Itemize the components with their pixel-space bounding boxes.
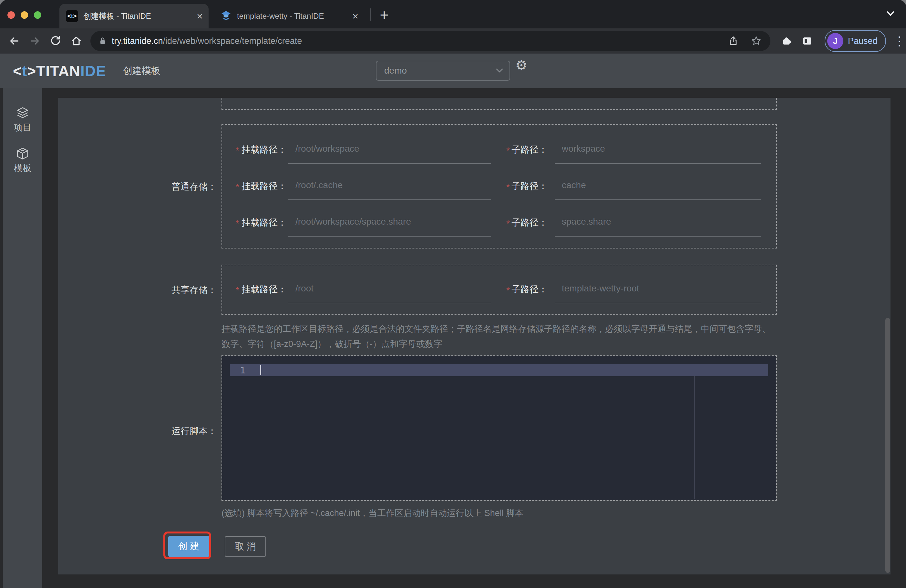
mount-path-label: 挂载路径：	[241, 144, 287, 155]
share-icon[interactable]	[728, 35, 739, 46]
storage-row: * 挂载路径： * 子路径：	[222, 274, 777, 304]
storage-row: * 挂载路径： * 子路径：	[222, 135, 777, 165]
url-path: /ide/web/workspace/template/create	[163, 36, 302, 46]
tab-strip: <t> 创建模板 - TitanIDE × template-wetty - T…	[0, 0, 906, 29]
required-mark: *	[506, 218, 510, 229]
required-mark: *	[506, 285, 510, 296]
storage-row: * 挂载路径： * 子路径：	[222, 207, 777, 238]
workspace-settings-gear-icon[interactable]: ⚙	[515, 57, 528, 73]
traffic-light-zoom[interactable]	[34, 11, 41, 19]
editor-current-line	[230, 364, 768, 376]
cancel-button[interactable]: 取 消	[225, 536, 266, 557]
tab-search-chevron-icon[interactable]	[885, 10, 896, 18]
required-mark: *	[506, 182, 510, 192]
address-bar[interactable]: try.titanide.cn/ide/web/workspace/templa…	[90, 31, 770, 51]
browser-window: <t> 创建模板 - TitanIDE × template-wetty - T…	[0, 0, 906, 588]
mount-path-input[interactable]	[288, 207, 491, 237]
required-mark: *	[506, 145, 510, 156]
traffic-light-close[interactable]	[8, 11, 15, 19]
script-note: (选填) 脚本将写入路径 ~/.cache/.init，当工作区启动时自动运行以…	[222, 507, 523, 519]
editor-cursor	[260, 365, 261, 375]
tab-close-icon[interactable]: ×	[193, 11, 209, 21]
extensions-puzzle-icon[interactable]	[776, 31, 797, 51]
titanide-logo: <t>TITANIDE	[13, 62, 106, 80]
required-mark: *	[236, 218, 239, 229]
mount-path-label: 挂载路径：	[241, 217, 287, 228]
normal-storage-label: 普通存储：	[129, 181, 217, 193]
run-script-label: 运行脚本：	[129, 425, 217, 437]
sub-path-label: 子路径：	[512, 284, 548, 295]
sidebar-item-templates[interactable]: 模板	[3, 147, 42, 174]
editor-line-number: 1	[230, 366, 256, 375]
forward-button[interactable]	[24, 31, 45, 51]
sub-path-label: 子路径：	[512, 181, 548, 192]
layers-icon	[16, 106, 29, 120]
mount-path-input[interactable]	[288, 274, 491, 303]
scrollbar-thumb[interactable]	[885, 318, 890, 573]
bookmark-star-icon[interactable]	[750, 35, 762, 47]
browser-tab-template-wetty[interactable]: template-wetty - TitanIDE ×	[214, 4, 364, 29]
shared-storage-label: 共享存储：	[129, 284, 217, 296]
sub-path-input[interactable]	[555, 171, 761, 200]
sub-path-label: 子路径：	[512, 217, 548, 228]
sidebar: 项目 模板	[3, 88, 42, 588]
sub-path-input[interactable]	[555, 207, 761, 237]
scrolled-section-border	[222, 98, 777, 110]
create-button[interactable]: 创 建	[168, 536, 209, 557]
back-button[interactable]	[4, 31, 24, 51]
sidebar-item-label: 项目	[14, 122, 31, 133]
cube-icon	[16, 147, 29, 160]
storage-row: * 挂载路径： * 子路径：	[222, 171, 777, 201]
tab-title: template-wetty - TitanIDE	[237, 12, 348, 21]
required-mark: *	[236, 285, 239, 296]
browser-menu-kebab-icon[interactable]: ⋮	[889, 31, 906, 51]
sidebar-item-label: 模板	[14, 163, 31, 174]
url-host: try.titanide.cn	[112, 36, 163, 46]
workspace-select-value: demo	[384, 65, 495, 76]
editor-ruler-line	[694, 376, 695, 499]
chevron-down-icon	[495, 68, 504, 73]
tab-title: 创建模板 - TitanIDE	[83, 11, 193, 21]
sub-path-input[interactable]	[555, 135, 761, 164]
reload-button[interactable]	[45, 31, 66, 51]
sub-path-label: 子路径：	[512, 144, 548, 155]
mount-path-label: 挂载路径：	[241, 181, 287, 192]
new-tab-button[interactable]: +	[376, 7, 392, 22]
path-help-text: 挂载路径是您的工作区目标路径，必须是合法的文件夹路径；子路径名是网络存储源子路径…	[222, 322, 778, 352]
browser-profile-chip[interactable]: J Paused	[825, 30, 886, 52]
side-panel-icon[interactable]	[797, 31, 818, 51]
app-header: <t>TITANIDE 创建模板 demo ⚙ ? ⚙ 演	[0, 54, 906, 88]
browser-tab-create-template[interactable]: <t> 创建模板 - TitanIDE ×	[59, 4, 209, 29]
mount-path-input[interactable]	[288, 135, 491, 164]
mount-path-label: 挂载路径：	[241, 284, 287, 295]
home-button[interactable]	[66, 31, 86, 51]
script-code-editor[interactable]	[222, 355, 776, 500]
workspace-select[interactable]: demo	[376, 61, 510, 81]
sidebar-item-projects[interactable]: 项目	[3, 106, 42, 133]
sub-path-input[interactable]	[555, 274, 761, 303]
tab-close-icon[interactable]: ×	[348, 11, 364, 21]
traffic-light-minimize[interactable]	[21, 11, 28, 19]
required-mark: *	[236, 182, 239, 192]
browser-toolbar: try.titanide.cn/ide/web/workspace/templa…	[0, 29, 906, 54]
mount-path-input[interactable]	[288, 171, 491, 200]
lock-icon	[98, 37, 107, 46]
profile-status: Paused	[848, 36, 877, 46]
titanide-favicon-icon: <t>	[66, 10, 78, 22]
page-title: 创建模板	[123, 65, 161, 78]
required-mark: *	[236, 145, 239, 156]
tab-separator	[370, 8, 371, 21]
profile-avatar: J	[827, 33, 843, 49]
template-gem-favicon-icon	[220, 10, 232, 22]
